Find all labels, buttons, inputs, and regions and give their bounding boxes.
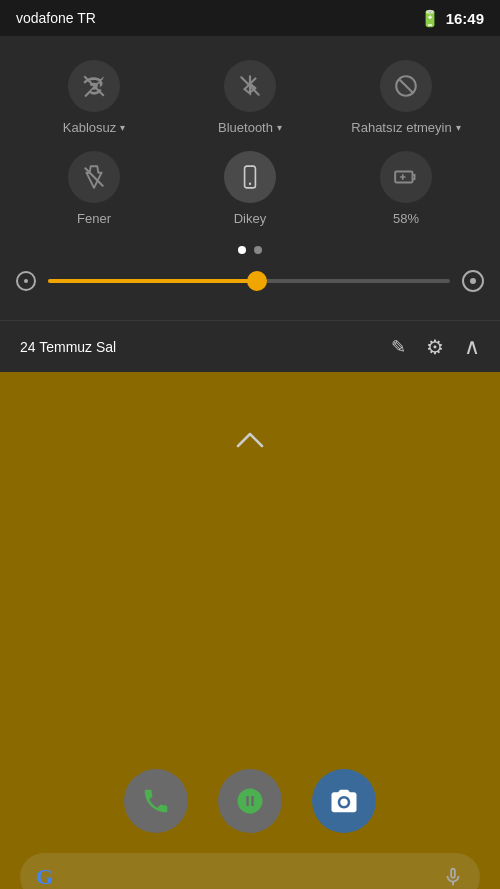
- battery-plus-icon: [393, 164, 419, 190]
- store-icon: [235, 786, 265, 816]
- dnd-label-wrap: Rahatsız etmeyin ▾: [351, 120, 460, 135]
- toggle-flashlight[interactable]: Fener: [34, 151, 154, 226]
- toggle-portrait[interactable]: Dikey: [190, 151, 310, 226]
- status-bar-right: 🔋 16:49: [420, 9, 484, 28]
- brightness-slider[interactable]: [48, 279, 450, 283]
- edit-icon[interactable]: ✎: [391, 336, 406, 358]
- toggle-bluetooth[interactable]: Bluetooth ▾: [190, 60, 310, 135]
- app-drawer-chevron[interactable]: [236, 432, 264, 448]
- toggle-wifi[interactable]: Kablosuz ▾: [34, 60, 154, 135]
- settings-icon[interactable]: ⚙: [426, 335, 444, 359]
- brightness-high-icon: [462, 270, 484, 292]
- phone-icon: [141, 786, 171, 816]
- bottom-icons: ✎ ⚙ ∧: [391, 334, 480, 360]
- chevron-up-icon: [236, 432, 264, 448]
- collapse-icon[interactable]: ∧: [464, 334, 480, 360]
- quick-settings-panel: Kablosuz ▾ Bluetooth ▾: [0, 36, 500, 320]
- portrait-label: Dikey: [234, 211, 267, 226]
- slider-thumb[interactable]: [247, 271, 267, 291]
- wifi-icon-wrap[interactable]: [68, 60, 120, 112]
- app-dock: [0, 769, 500, 833]
- toggle-row-1: Kablosuz ▾ Bluetooth ▾: [0, 52, 500, 151]
- dnd-icon: [393, 73, 419, 99]
- carrier-text: vodafone TR: [16, 10, 96, 26]
- wifi-off-icon: [81, 73, 107, 99]
- time-text: 16:49: [446, 10, 484, 27]
- bluetooth-off-icon: [237, 73, 263, 99]
- camera-icon: [329, 786, 359, 816]
- portrait-icon-wrap[interactable]: [224, 151, 276, 203]
- slider-fill: [48, 279, 257, 283]
- toggle-row-2: Fener Dikey: [0, 151, 500, 242]
- battery-icon: 🔋: [420, 9, 440, 28]
- wifi-label-wrap: Kablosuz ▾: [63, 120, 125, 135]
- flashlight-label: Fener: [77, 211, 111, 226]
- toggle-dnd[interactable]: Rahatsız etmeyin ▾: [346, 60, 466, 135]
- date-text: 24 Temmuz Sal: [20, 339, 116, 355]
- dnd-label: Rahatsız etmeyin: [351, 120, 451, 135]
- dot-2: [254, 246, 262, 254]
- microphone-icon: [442, 866, 464, 888]
- bluetooth-chevron: ▾: [277, 122, 282, 133]
- toggle-battery-saver[interactable]: 58%: [346, 151, 466, 226]
- google-g-icon: G: [36, 864, 53, 889]
- google-search-bar[interactable]: G: [20, 853, 480, 889]
- dot-1: [238, 246, 246, 254]
- battery-saver-label: 58%: [393, 211, 419, 226]
- portrait-label-wrap: Dikey: [234, 211, 267, 226]
- mic-icon[interactable]: [442, 866, 464, 888]
- dock-camera-app[interactable]: [312, 769, 376, 833]
- wifi-label: Kablosuz: [63, 120, 116, 135]
- dnd-icon-wrap[interactable]: [380, 60, 432, 112]
- flashlight-off-icon: [81, 164, 107, 190]
- quick-settings-bottom-bar: 24 Temmuz Sal ✎ ⚙ ∧: [0, 320, 500, 372]
- dock-phone-app[interactable]: [124, 769, 188, 833]
- page-dots: [0, 246, 500, 254]
- dock-store-app[interactable]: [218, 769, 282, 833]
- flashlight-label-wrap: Fener: [77, 211, 111, 226]
- bluetooth-label: Bluetooth: [218, 120, 273, 135]
- status-bar: vodafone TR 🔋 16:49: [0, 0, 500, 36]
- brightness-row: [0, 266, 500, 308]
- brightness-low-icon: [16, 271, 36, 291]
- flashlight-icon-wrap[interactable]: [68, 151, 120, 203]
- wifi-chevron: ▾: [120, 122, 125, 133]
- bluetooth-label-wrap: Bluetooth ▾: [218, 120, 282, 135]
- bluetooth-icon-wrap[interactable]: [224, 60, 276, 112]
- battery-saver-icon-wrap[interactable]: [380, 151, 432, 203]
- portrait-icon: [237, 164, 263, 190]
- wallpaper: G: [0, 372, 500, 889]
- battery-saver-label-wrap: 58%: [393, 211, 419, 226]
- dnd-chevron: ▾: [456, 122, 461, 133]
